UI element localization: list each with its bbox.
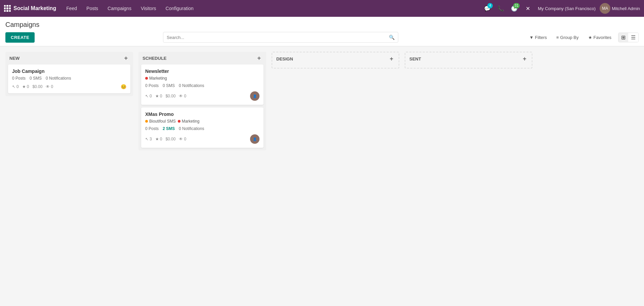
card-avatar: 👤 bbox=[250, 91, 259, 101]
chat-badge: 4 bbox=[487, 3, 493, 8]
column-title-sent: Sent bbox=[409, 56, 421, 61]
nav-campaigns[interactable]: Campaigns bbox=[103, 0, 136, 17]
avatar-initials: MA bbox=[602, 6, 608, 11]
card-tags: Bioutifoul SMSMarketing bbox=[145, 119, 259, 124]
cards-container-design bbox=[272, 65, 399, 68]
card-sms[interactable]: 0 SMS bbox=[163, 83, 175, 88]
list-view-button[interactable]: ☰ bbox=[628, 33, 638, 42]
card-title: Job Campaign bbox=[12, 69, 126, 74]
add-card-button-schedule[interactable]: + bbox=[256, 55, 262, 61]
card-notifications[interactable]: 0 Notifications bbox=[179, 126, 204, 131]
top-navigation: Social Marketing Feed Posts Campaigns Vi… bbox=[0, 0, 644, 17]
card-clicks-metric: ↖ 0 bbox=[12, 84, 19, 89]
topnav-actions: 💬 4 📞 🕐 31 ✕ My Company (San Francisco) … bbox=[481, 2, 640, 14]
cursor-icon: ↖ bbox=[145, 94, 149, 98]
close-icon: ✕ bbox=[526, 5, 530, 12]
card-xmas-promo[interactable]: XMas PromoBioutifoul SMSMarketing0 Posts… bbox=[141, 107, 264, 148]
card-title: Newsletter bbox=[145, 69, 259, 74]
kanban-view-button[interactable]: ⊞ bbox=[618, 33, 628, 42]
app-logo[interactable]: Social Marketing bbox=[4, 5, 56, 12]
groupby-button[interactable]: ≡ Group By bbox=[554, 34, 581, 41]
views-value: 0 bbox=[51, 84, 53, 89]
filters-button[interactable]: ▼ Filters bbox=[527, 34, 550, 41]
search-icon: 🔍 bbox=[389, 35, 395, 40]
kanban-column-schedule: Schedule+NewsletterMarketing0 Posts0 SMS… bbox=[138, 52, 266, 150]
avatar[interactable]: MA bbox=[600, 3, 610, 14]
card-posts[interactable]: 0 Posts bbox=[145, 126, 159, 131]
filters-label: Filters bbox=[535, 35, 547, 40]
card-notifications[interactable]: 0 Notifications bbox=[46, 76, 71, 81]
card-posts[interactable]: 0 Posts bbox=[12, 76, 26, 81]
card-metrics: ↖ 3★ 0$0.00👁 0 bbox=[145, 137, 186, 141]
clock-button[interactable]: 🕐 31 bbox=[508, 2, 520, 14]
add-card-button-new[interactable]: + bbox=[123, 55, 129, 61]
phone-button[interactable]: 📞 bbox=[495, 2, 507, 14]
card-stats: 0 Posts0 SMS0 Notifications bbox=[145, 83, 259, 88]
kanban-board: New+Job Campaign0 Posts0 SMS0 Notificati… bbox=[0, 46, 644, 305]
nav-visitors[interactable]: Visitors bbox=[136, 0, 161, 17]
card-views-metric: 👁 0 bbox=[179, 94, 186, 98]
card-stars-metric: ★ 0 bbox=[155, 94, 162, 98]
card-clicks-metric: ↖ 0 bbox=[145, 94, 152, 98]
card-footer: ↖ 0★ 0$0.00👁 0👤 bbox=[145, 91, 259, 101]
groupby-icon: ≡ bbox=[556, 35, 559, 40]
column-header-design: Design+ bbox=[272, 52, 399, 65]
card-job-campaign[interactable]: Job Campaign0 Posts0 SMS0 Notifications↖… bbox=[8, 64, 130, 93]
card-metrics: ↖ 0★ 0$0.00👁 0 bbox=[12, 84, 53, 89]
kanban-column-sent: Sent+ bbox=[405, 52, 532, 69]
nav-posts[interactable]: Posts bbox=[82, 0, 103, 17]
card-tag[interactable]: Marketing bbox=[145, 76, 167, 81]
create-button[interactable]: CREATE bbox=[5, 32, 35, 43]
app-name: Social Marketing bbox=[13, 5, 56, 11]
cards-container-schedule: NewsletterMarketing0 Posts0 SMS0 Notific… bbox=[138, 64, 266, 150]
card-tags: Marketing bbox=[145, 76, 259, 81]
column-header-schedule: Schedule+ bbox=[138, 52, 266, 64]
card-clicks-metric: ↖ 3 bbox=[145, 137, 152, 141]
card-posts[interactable]: 0 Posts bbox=[145, 83, 159, 88]
stars-value: 0 bbox=[160, 137, 162, 141]
company-selector[interactable]: My Company (San Francisco) bbox=[535, 6, 598, 11]
avatar-initials: 👤 bbox=[253, 137, 257, 141]
revenue-value: $0.00 bbox=[32, 84, 42, 89]
nav-configuration[interactable]: Configuration bbox=[161, 0, 198, 17]
star-icon: ★ bbox=[588, 35, 592, 40]
phone-icon: 📞 bbox=[497, 5, 504, 12]
main-menu: Feed Posts Campaigns Visitors Configurat… bbox=[62, 0, 481, 17]
column-title-schedule: Schedule bbox=[143, 56, 167, 61]
add-card-button-design[interactable]: + bbox=[388, 56, 395, 62]
close-button[interactable]: ✕ bbox=[522, 2, 534, 14]
star-icon: ★ bbox=[155, 94, 159, 98]
card-tag[interactable]: Marketing bbox=[178, 119, 200, 124]
grid-icon bbox=[4, 5, 11, 12]
revenue-value: $0.00 bbox=[165, 94, 175, 98]
card-emoji: 😊 bbox=[121, 84, 126, 89]
search-bar: 🔍 bbox=[163, 32, 398, 43]
chat-button[interactable]: 💬 4 bbox=[481, 2, 493, 14]
clicks-value: 0 bbox=[16, 84, 19, 89]
stars-value: 0 bbox=[160, 94, 162, 98]
search-input[interactable] bbox=[167, 35, 389, 40]
card-revenue-metric: $0.00 bbox=[165, 94, 175, 98]
column-title-design: Design bbox=[276, 56, 293, 61]
clock-badge: 31 bbox=[513, 3, 520, 8]
column-header-new: New+ bbox=[5, 52, 133, 64]
add-card-button-sent[interactable]: + bbox=[521, 56, 528, 62]
page-header: Campaigns CREATE 🔍 ▼ Filters ≡ Group By … bbox=[0, 17, 644, 46]
nav-feed[interactable]: Feed bbox=[62, 0, 82, 17]
card-sms[interactable]: 2 SMS bbox=[163, 126, 175, 131]
eye-icon: 👁 bbox=[179, 94, 183, 98]
card-newsletter[interactable]: NewsletterMarketing0 Posts0 SMS0 Notific… bbox=[141, 64, 264, 105]
card-sms[interactable]: 0 SMS bbox=[30, 76, 42, 81]
avatar-initials: 👤 bbox=[253, 94, 257, 98]
view-switcher: ⊞ ☰ bbox=[618, 33, 639, 42]
clicks-value: 0 bbox=[150, 94, 152, 98]
favorites-button[interactable]: ★ Favorites bbox=[586, 34, 614, 41]
card-avatar: 👤 bbox=[250, 134, 259, 144]
card-stats: 0 Posts2 SMS0 Notifications bbox=[145, 126, 259, 131]
stars-value: 0 bbox=[27, 84, 29, 89]
username[interactable]: Mitchell Admin bbox=[612, 6, 640, 11]
card-tag[interactable]: Bioutifoul SMS bbox=[145, 119, 176, 124]
kanban-column-new: New+Job Campaign0 Posts0 SMS0 Notificati… bbox=[5, 52, 133, 96]
card-footer: ↖ 0★ 0$0.00👁 0😊 bbox=[12, 84, 126, 89]
card-notifications[interactable]: 0 Notifications bbox=[179, 83, 204, 88]
